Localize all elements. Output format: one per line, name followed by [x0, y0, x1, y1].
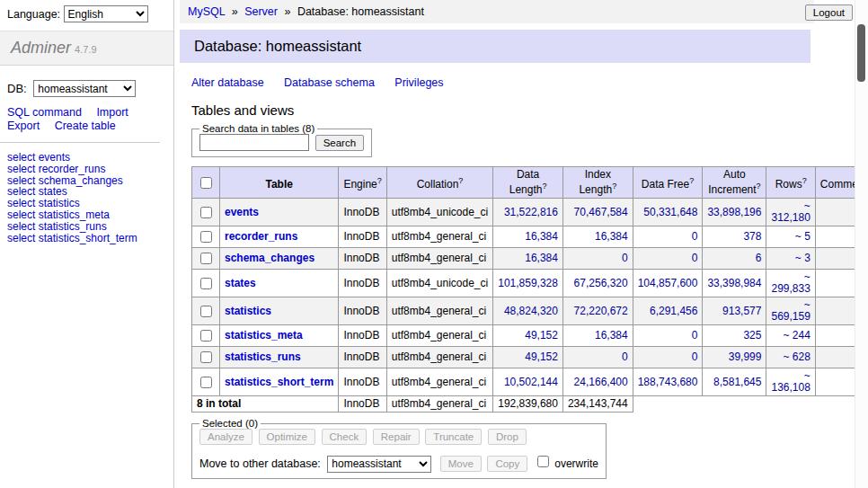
repair-button[interactable]: Repair [373, 429, 420, 445]
search-button[interactable]: Search [315, 135, 364, 151]
table-row: schema_changes InnoDB utf8mb4_general_ci… [192, 248, 868, 270]
auto-increment-cell: 6 [703, 248, 766, 270]
table-select-link[interactable]: select recorder_runs [7, 164, 166, 175]
data-free-cell: 50,331,648 [633, 199, 703, 226]
table-name-link[interactable]: recorder_runs [225, 230, 297, 243]
table-row: recorder_runs InnoDB utf8mb4_general_ci … [192, 226, 868, 248]
help-sup: ? [612, 182, 616, 191]
data-length-cell: 49,152 [493, 347, 563, 368]
row-checkbox[interactable] [200, 377, 212, 388]
index-length-cell: 72,220,672 [562, 297, 633, 325]
tables-overview-table: Table Engine? Collation? Data Length? In… [191, 166, 868, 413]
main-content: Database: homeassistant Alter database D… [180, 23, 855, 488]
row-checkbox[interactable] [200, 306, 212, 317]
table-name-link[interactable]: statistics [225, 305, 271, 317]
rows-cell: ~ 569,159 [766, 297, 815, 325]
collation-cell: utf8mb4_general_ci [386, 368, 492, 396]
auto-increment-cell: 8,581,645 [703, 368, 766, 396]
row-checkbox[interactable] [200, 231, 212, 243]
index-length-cell: 67,256,320 [562, 270, 633, 297]
table-name-link[interactable]: statistics_runs [225, 350, 301, 363]
sidebar-link-sql-command[interactable]: SQL command [7, 106, 82, 119]
engine-cell: InnoDB [339, 270, 386, 297]
help-sup: ? [689, 176, 694, 185]
row-checkbox[interactable] [200, 330, 212, 342]
help-sup: ? [757, 182, 761, 191]
tables-and-views-heading: Tables and views [191, 102, 855, 118]
table-name-link[interactable]: statistics_short_term [225, 376, 333, 388]
index-length-cell: 0 [562, 248, 633, 270]
data-length-cell: 49,152 [493, 325, 563, 347]
overwrite-checkbox[interactable] [537, 456, 549, 467]
rows-cell: ~ 136,108 [766, 368, 815, 396]
analyze-button[interactable]: Analyze [199, 429, 252, 445]
sidebar: Language: English Adminer4.7.9 DB: homea… [0, 0, 174, 488]
rows-cell: ~ 3 [766, 248, 815, 270]
collation-cell: utf8mb4_general_ci [386, 347, 492, 368]
breadcrumb-link-server[interactable]: Server [244, 5, 278, 18]
index-length-cell: 16,384 [562, 325, 633, 347]
table-row: statistics_meta InnoDB utf8mb4_general_c… [192, 325, 868, 347]
language-label: Language: [7, 8, 60, 21]
help-sup: ? [458, 176, 463, 185]
help-sup: ? [802, 176, 807, 185]
engine-cell: InnoDB [339, 368, 386, 396]
table-select-link[interactable]: select statistics_short_term [7, 233, 166, 244]
row-checkbox[interactable] [200, 207, 212, 218]
scrollbar-thumb[interactable] [857, 24, 865, 82]
sidebar-link-import[interactable]: Import [96, 106, 128, 119]
copy-button[interactable]: Copy [487, 456, 527, 472]
collation-cell: utf8mb4_general_ci [386, 248, 492, 270]
rows-cell: ~ 5 [766, 226, 815, 248]
table-name-link[interactable]: statistics_meta [225, 329, 303, 342]
table-select-link[interactable]: select statistics_runs [7, 221, 166, 233]
truncate-button[interactable]: Truncate [425, 429, 482, 445]
index-length-cell: 0 [562, 347, 633, 368]
total-engine-cell: InnoDB [339, 396, 386, 413]
row-checkbox[interactable] [200, 351, 212, 363]
sidebar-link-export[interactable]: Export [7, 120, 40, 132]
table-name-link[interactable]: states [225, 277, 256, 289]
db-select[interactable]: homeassistant [33, 80, 136, 97]
language-select[interactable]: English [64, 5, 148, 22]
alter-database-link[interactable]: Alter database [191, 76, 264, 89]
engine-cell: InnoDB [339, 226, 386, 248]
page-title: Database: homeassistant [180, 30, 810, 63]
app-name: Adminer [11, 39, 71, 57]
sidebar-tables-list: select events select recorder_runs selec… [0, 143, 173, 253]
search-input[interactable] [199, 134, 309, 151]
selected-fieldset: Selected (0) Analyze Optimize Check Repa… [191, 418, 607, 479]
breadcrumb: MySQL » Server » Database: homeassistant [180, 0, 814, 23]
data-length-cell: 16,384 [493, 226, 563, 248]
table-total-row: 8 in total InnoDB utf8mb4_general_ci 192… [192, 396, 868, 413]
sidebar-link-create-table[interactable]: Create table [55, 120, 116, 132]
select-all-checkbox[interactable] [200, 177, 212, 189]
move-button[interactable]: Move [440, 456, 482, 472]
move-to-db-label: Move to other database: [199, 457, 321, 470]
move-db-select[interactable]: homeassistant [327, 456, 431, 473]
privileges-link[interactable]: Privileges [394, 76, 443, 89]
auto-increment-cell: 378 [703, 226, 766, 248]
table-name-link[interactable]: schema_changes [225, 252, 314, 264]
table-row: events InnoDB utf8mb4_unicode_ci 31,522,… [192, 199, 868, 226]
table-name-link[interactable]: events [225, 206, 259, 218]
optimize-button[interactable]: Optimize [259, 429, 315, 445]
table-row: statistics_runs InnoDB utf8mb4_general_c… [192, 347, 868, 368]
total-data-length-cell: 192,839,680 [493, 396, 563, 413]
database-schema-link[interactable]: Database schema [284, 76, 375, 89]
row-checkbox[interactable] [200, 278, 212, 289]
total-index-length-cell: 234,143,744 [562, 396, 633, 413]
engine-cell: InnoDB [339, 297, 386, 325]
logout-button[interactable]: Logout [805, 4, 853, 21]
row-checkbox[interactable] [200, 253, 212, 264]
language-row: Language: English [0, 0, 173, 28]
rows-cell: ~ 244 [766, 325, 815, 347]
adminer-logo[interactable]: Adminer4.7.9 [0, 31, 173, 66]
breadcrumb-link-mysql[interactable]: MySQL [188, 5, 225, 18]
check-button[interactable]: Check [322, 429, 368, 445]
drop-button[interactable]: Drop [488, 429, 527, 445]
table-select-link[interactable]: select statistics_meta [7, 209, 166, 221]
auto-increment-cell: 33,898,196 [703, 199, 766, 226]
table-select-link[interactable]: select events [7, 152, 166, 164]
vertical-scrollbar[interactable] [855, 0, 868, 488]
